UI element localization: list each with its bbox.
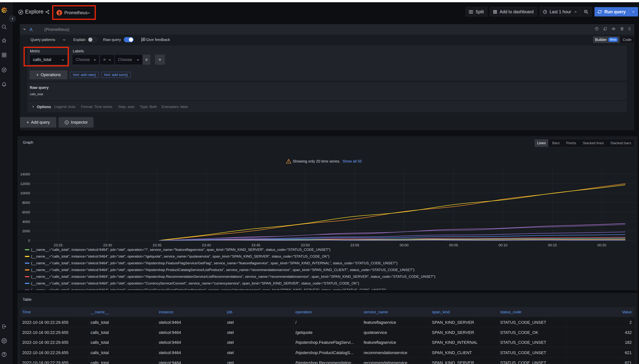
svg-text:6000: 6000 [22,210,30,214]
svg-text:12000: 12000 [20,182,30,186]
svg-text:10000: 10000 [20,191,30,195]
svg-text:14000: 14000 [20,172,30,176]
svg-text:00:20: 00:20 [597,243,606,247]
svg-text:8000: 8000 [22,201,30,205]
svg-text:00:10: 00:10 [498,243,508,247]
svg-text:23:55: 23:55 [350,243,359,247]
svg-text:23:45: 23:45 [252,243,260,247]
svg-text:0: 0 [28,239,30,242]
svg-text:23:40: 23:40 [202,243,211,247]
svg-text:2000: 2000 [22,229,30,233]
svg-text:00:05: 00:05 [449,243,458,247]
svg-text:00:15: 00:15 [548,243,557,247]
svg-text:00:00: 00:00 [400,243,409,247]
svg-text:23:35: 23:35 [153,243,162,247]
svg-text:23:50: 23:50 [301,243,310,247]
svg-text:23:30: 23:30 [103,243,112,247]
svg-text:4000: 4000 [22,220,30,224]
svg-text:23:25: 23:25 [54,243,63,247]
